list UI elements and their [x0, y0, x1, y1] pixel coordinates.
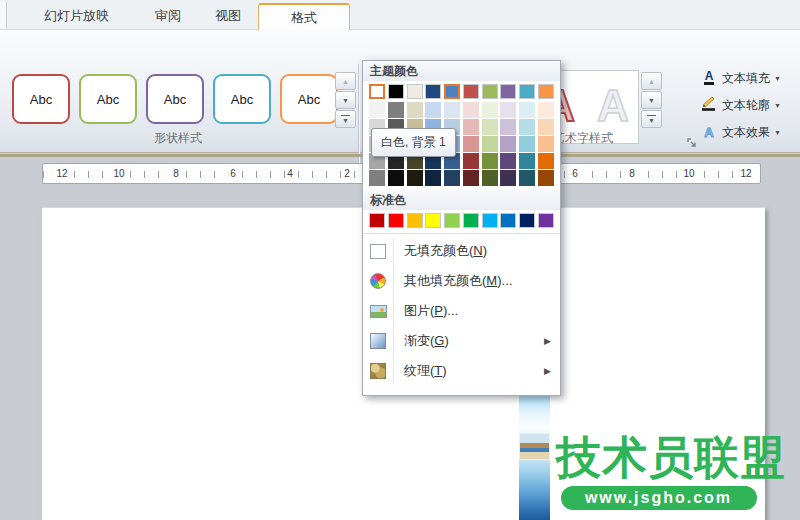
- tab-2[interactable]: 审阅: [139, 3, 197, 30]
- variant-swatch-r4-c9[interactable]: [519, 153, 535, 169]
- theme-colors-header: 主题颜色: [363, 61, 560, 81]
- variant-swatch-r1-c5[interactable]: [444, 102, 460, 118]
- standard-color-swatch-6[interactable]: [463, 213, 479, 228]
- variant-swatch-r1-c8[interactable]: [500, 102, 516, 118]
- variant-swatch-r1-c1[interactable]: [369, 102, 385, 118]
- theme-color-swatch-6[interactable]: [463, 84, 479, 99]
- shape-style-thumbnail-4[interactable]: Abc: [213, 74, 271, 124]
- watermark-title: 技术员联盟: [556, 432, 761, 484]
- theme-color-swatch-3[interactable]: [407, 84, 423, 99]
- wordart-gallery-scrollbar: ▲ ▼ ▼: [641, 72, 662, 129]
- tab-1[interactable]: 幻灯片放映: [28, 3, 125, 30]
- variant-swatch-r5-c5[interactable]: [444, 170, 460, 186]
- variant-swatch-r4-c7[interactable]: [482, 153, 498, 169]
- text-effects-button[interactable]: A文本效果▼: [700, 120, 796, 144]
- wordart-scroll-down-button[interactable]: ▼: [641, 91, 662, 109]
- theme-color-swatch-10[interactable]: [538, 84, 554, 99]
- dialog-launcher-icon[interactable]: [687, 135, 698, 146]
- shape-style-thumbnail-2[interactable]: Abc: [79, 74, 137, 124]
- text-outline-button[interactable]: 文本轮廓▼: [700, 93, 796, 117]
- shape-style-thumbnail-1[interactable]: Abc: [12, 74, 70, 124]
- wordart-more-button[interactable]: ▼: [641, 110, 662, 128]
- submenu-arrow-icon: ▶: [544, 366, 551, 376]
- menu-item-picture[interactable]: 图片(P)...: [363, 296, 560, 326]
- no-fill-icon: [370, 244, 386, 259]
- theme-colors-row: [363, 81, 560, 101]
- variant-swatch-r1-c3[interactable]: [407, 102, 423, 118]
- variant-swatch-r3-c10[interactable]: [538, 136, 554, 152]
- standard-colors-row: [363, 210, 560, 230]
- variant-swatch-r5-c10[interactable]: [538, 170, 554, 186]
- standard-color-swatch-4[interactable]: [425, 213, 441, 228]
- ruler-number-left-1: 10: [111, 167, 126, 181]
- variant-swatch-r5-c8[interactable]: [500, 170, 516, 186]
- ruler-number-left-2: 8: [171, 167, 181, 181]
- variant-swatch-r5-c9[interactable]: [519, 170, 535, 186]
- theme-color-swatch-9[interactable]: [519, 84, 535, 99]
- theme-color-swatch-2[interactable]: [388, 84, 404, 99]
- standard-color-swatch-2[interactable]: [388, 213, 404, 228]
- variant-swatch-r5-c3[interactable]: [407, 170, 423, 186]
- variant-swatch-r1-c4[interactable]: [425, 102, 441, 118]
- variant-swatch-r5-c1[interactable]: [369, 170, 385, 186]
- watermark-url: www.jsgho.com: [561, 486, 757, 510]
- theme-color-swatch-1[interactable]: [369, 84, 385, 99]
- gradient-icon: [370, 333, 386, 349]
- variant-swatch-r2-c8[interactable]: [500, 119, 516, 135]
- shape-style-thumbnail-3[interactable]: Abc: [146, 74, 204, 124]
- menu-item-color-wheel[interactable]: 其他填充颜色(M)...: [363, 266, 560, 296]
- ruler-number-right-3: 12: [738, 167, 753, 181]
- menu-item-gradient[interactable]: 渐变(G)▶: [363, 326, 560, 356]
- tab-3[interactable]: 视图: [199, 3, 257, 30]
- standard-color-swatch-5[interactable]: [444, 213, 460, 228]
- variant-swatch-r4-c8[interactable]: [500, 153, 516, 169]
- ruler-number-left-3: 6: [228, 167, 238, 181]
- theme-color-swatch-4[interactable]: [425, 84, 441, 99]
- chevron-down-icon: ▼: [774, 102, 781, 109]
- variant-swatch-r3-c8[interactable]: [500, 136, 516, 152]
- standard-color-swatch-9[interactable]: [519, 213, 535, 228]
- slide-picture[interactable]: [519, 395, 550, 520]
- standard-color-swatch-10[interactable]: [538, 213, 554, 228]
- ribbon-tab-bar: 幻灯片放映审阅视图格式: [0, 0, 800, 30]
- variant-swatch-r5-c4[interactable]: [425, 170, 441, 186]
- gallery-scroll-up-button[interactable]: ▲: [335, 72, 356, 90]
- text-fill-button[interactable]: A文本填充▼: [700, 66, 796, 90]
- menu-separator: [363, 233, 560, 234]
- gallery-scroll-down-button[interactable]: ▼: [335, 91, 356, 109]
- variant-swatch-r2-c9[interactable]: [519, 119, 535, 135]
- variant-swatch-r2-c7[interactable]: [482, 119, 498, 135]
- theme-color-swatch-5[interactable]: [444, 84, 460, 99]
- variant-swatch-r1-c6[interactable]: [463, 102, 479, 118]
- standard-color-swatch-1[interactable]: [369, 213, 385, 228]
- variant-swatch-r4-c6[interactable]: [463, 153, 479, 169]
- variant-swatch-r5-c6[interactable]: [463, 170, 479, 186]
- standard-color-swatch-7[interactable]: [482, 213, 498, 228]
- standard-color-swatch-8[interactable]: [500, 213, 516, 228]
- chevron-down-icon: ▼: [774, 75, 781, 82]
- variant-swatch-r3-c9[interactable]: [519, 136, 535, 152]
- variant-swatch-r2-c10[interactable]: [538, 119, 554, 135]
- variant-swatch-r1-c9[interactable]: [519, 102, 535, 118]
- variant-swatch-r3-c7[interactable]: [482, 136, 498, 152]
- wordart-scroll-up-button[interactable]: ▲: [641, 72, 662, 90]
- variant-swatch-r5-c7[interactable]: [482, 170, 498, 186]
- shape-style-gallery-scrollbar: ▲ ▼ ▼: [335, 72, 356, 129]
- color-tooltip: 白色, 背景 1: [371, 128, 456, 157]
- variant-swatch-r1-c7[interactable]: [482, 102, 498, 118]
- shape-style-thumbnail-5[interactable]: Abc: [280, 74, 338, 124]
- variant-swatch-r4-c10[interactable]: [538, 153, 554, 169]
- wordart-style-gray[interactable]: A: [597, 75, 629, 137]
- theme-color-swatch-7[interactable]: [482, 84, 498, 99]
- variant-swatch-r2-c6[interactable]: [463, 119, 479, 135]
- menu-item-texture[interactable]: 纹理(T)▶: [363, 356, 560, 386]
- variant-swatch-r1-c10[interactable]: [538, 102, 554, 118]
- variant-swatch-r3-c6[interactable]: [463, 136, 479, 152]
- variant-swatch-r5-c2[interactable]: [388, 170, 404, 186]
- standard-color-swatch-3[interactable]: [407, 213, 423, 228]
- theme-color-swatch-8[interactable]: [500, 84, 516, 99]
- gallery-more-button[interactable]: ▼: [335, 110, 356, 128]
- variant-swatch-r1-c2[interactable]: [388, 102, 404, 118]
- menu-item-no-fill[interactable]: 无填充颜色(N): [363, 236, 560, 266]
- tab-4[interactable]: 格式: [258, 3, 350, 30]
